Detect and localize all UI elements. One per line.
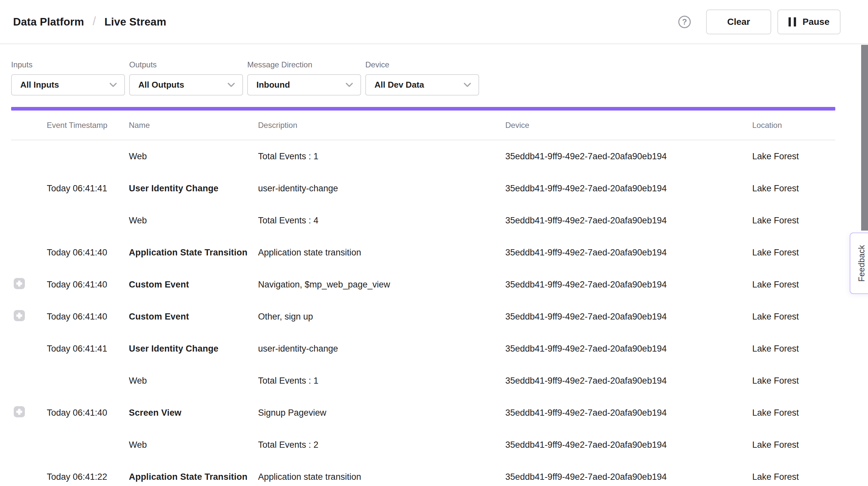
expand-plus-icon[interactable] bbox=[14, 278, 25, 289]
event-timestamp-cell: Today 06:41:41 bbox=[47, 183, 129, 193]
description-cell: Total Events : 2 bbox=[258, 440, 505, 450]
table-row[interactable]: WebTotal Events : 135eddb41-9ff9-49e2-7a… bbox=[11, 365, 835, 397]
location-cell: Lake Forest bbox=[752, 183, 835, 193]
table-header-row: Event Timestamp Name Description Device … bbox=[11, 111, 835, 140]
description-cell: user-identity-change bbox=[258, 344, 505, 354]
device-cell: 35eddb41-9ff9-49e2-7aed-20afa90eb194 bbox=[505, 215, 752, 226]
pause-icon bbox=[788, 17, 796, 27]
filter-message-direction: Message Direction Inbound bbox=[247, 60, 361, 95]
table-row[interactable]: WebTotal Events : 235eddb41-9ff9-49e2-7a… bbox=[11, 429, 835, 461]
event-name-cell: Web bbox=[129, 376, 258, 386]
filter-inputs: Inputs All Inputs bbox=[11, 60, 125, 95]
event-timestamp-cell: Today 06:41:40 bbox=[47, 248, 129, 258]
device-cell: 35eddb41-9ff9-49e2-7aed-20afa90eb194 bbox=[505, 344, 752, 354]
message-direction-dropdown-value: Inbound bbox=[256, 80, 290, 90]
device-cell: 35eddb41-9ff9-49e2-7aed-20afa90eb194 bbox=[505, 408, 752, 418]
description-cell: Total Events : 1 bbox=[258, 376, 505, 386]
location-cell: Lake Forest bbox=[752, 376, 835, 386]
event-name-cell: Web bbox=[129, 151, 258, 161]
description-cell: user-identity-change bbox=[258, 183, 505, 193]
device-cell: 35eddb41-9ff9-49e2-7aed-20afa90eb194 bbox=[505, 440, 752, 450]
event-name-cell: Custom Event bbox=[129, 280, 258, 290]
pause-button-label: Pause bbox=[803, 17, 830, 27]
column-header-description: Description bbox=[258, 121, 505, 130]
inputs-dropdown[interactable]: All Inputs bbox=[11, 74, 125, 95]
device-cell: 35eddb41-9ff9-49e2-7aed-20afa90eb194 bbox=[505, 376, 752, 386]
message-direction-dropdown[interactable]: Inbound bbox=[247, 74, 361, 95]
description-cell: Signup Pageview bbox=[258, 408, 505, 418]
breadcrumb: Data Platform / Live Stream bbox=[13, 15, 166, 29]
event-name-cell: User Identity Change bbox=[129, 344, 258, 354]
filter-outputs-label: Outputs bbox=[129, 60, 243, 69]
table-row[interactable]: Today 06:41:22Application State Transiti… bbox=[11, 461, 835, 486]
device-cell: 35eddb41-9ff9-49e2-7aed-20afa90eb194 bbox=[505, 248, 752, 258]
filter-device: Device All Dev Data bbox=[365, 60, 479, 95]
event-name-cell: Web bbox=[129, 440, 258, 450]
column-header-device: Device bbox=[505, 121, 752, 130]
description-cell: Application state transition bbox=[258, 472, 505, 482]
table-row[interactable]: Today 06:41:40Application State Transiti… bbox=[11, 237, 835, 269]
breadcrumb-separator-icon: / bbox=[93, 14, 96, 28]
chevron-down-icon bbox=[227, 83, 235, 88]
vertical-scrollbar-thumb[interactable] bbox=[861, 45, 868, 231]
clear-button[interactable]: Clear bbox=[706, 9, 771, 34]
event-name-cell: Application State Transition bbox=[129, 248, 258, 258]
event-timestamp-cell: Today 06:41:40 bbox=[47, 408, 129, 418]
table-row[interactable]: Today 06:41:40Custom EventOther, sign up… bbox=[11, 301, 835, 333]
table-row[interactable]: WebTotal Events : 435eddb41-9ff9-49e2-7a… bbox=[11, 204, 835, 237]
table-row[interactable]: Today 06:41:40Custom EventNavigation, $m… bbox=[11, 269, 835, 301]
filter-message-direction-label: Message Direction bbox=[247, 60, 361, 69]
column-header-name: Name bbox=[129, 121, 258, 130]
chevron-down-icon bbox=[345, 83, 353, 88]
event-timestamp-cell: Today 06:41:40 bbox=[47, 312, 129, 322]
description-cell: Navigation, $mp_web_page_view bbox=[258, 280, 505, 290]
help-icon[interactable]: ? bbox=[678, 16, 691, 28]
pause-button[interactable]: Pause bbox=[777, 9, 840, 34]
expand-cell bbox=[11, 310, 47, 324]
outputs-dropdown-value: All Outputs bbox=[138, 80, 184, 90]
table-row[interactable]: Today 06:41:40Screen ViewSignup Pageview… bbox=[11, 397, 835, 429]
filters-bar: Inputs All Inputs Outputs All Outputs Me… bbox=[11, 60, 868, 95]
description-cell: Total Events : 4 bbox=[258, 215, 505, 226]
device-cell: 35eddb41-9ff9-49e2-7aed-20afa90eb194 bbox=[505, 312, 752, 322]
location-cell: Lake Forest bbox=[752, 248, 835, 258]
chevron-down-icon bbox=[109, 83, 117, 88]
filter-device-label: Device bbox=[365, 60, 479, 69]
description-cell: Total Events : 1 bbox=[258, 151, 505, 161]
event-timestamp-cell: Today 06:41:40 bbox=[47, 280, 129, 290]
filter-inputs-label: Inputs bbox=[11, 60, 125, 69]
expand-cell bbox=[11, 406, 47, 420]
description-cell: Other, sign up bbox=[258, 312, 505, 322]
device-cell: 35eddb41-9ff9-49e2-7aed-20afa90eb194 bbox=[505, 151, 752, 161]
device-dropdown[interactable]: All Dev Data bbox=[365, 74, 479, 95]
filter-outputs: Outputs All Outputs bbox=[129, 60, 243, 95]
page-title: Live Stream bbox=[104, 16, 166, 28]
column-header-event-timestamp: Event Timestamp bbox=[47, 121, 129, 130]
expand-cell bbox=[11, 278, 47, 292]
event-name-cell: Screen View bbox=[129, 408, 258, 418]
event-name-cell: Web bbox=[129, 215, 258, 226]
feedback-tab[interactable]: Feedback bbox=[850, 233, 868, 294]
expand-plus-icon[interactable] bbox=[14, 310, 25, 321]
live-stream-table: Event Timestamp Name Description Device … bbox=[11, 111, 835, 486]
feedback-tab-label: Feedback bbox=[857, 245, 866, 282]
topbar-actions: ? Clear Pause bbox=[678, 9, 840, 34]
table-row[interactable]: Today 06:41:41User Identity Changeuser-i… bbox=[11, 333, 835, 365]
table-row[interactable]: WebTotal Events : 135eddb41-9ff9-49e2-7a… bbox=[11, 140, 835, 172]
location-cell: Lake Forest bbox=[752, 440, 835, 450]
column-header-location: Location bbox=[752, 121, 835, 130]
event-name-cell: Application State Transition bbox=[129, 472, 258, 482]
top-bar: Data Platform / Live Stream ? Clear Paus… bbox=[0, 0, 868, 44]
event-name-cell: User Identity Change bbox=[129, 183, 258, 193]
location-cell: Lake Forest bbox=[752, 312, 835, 322]
location-cell: Lake Forest bbox=[752, 408, 835, 418]
table-row[interactable]: Today 06:41:41User Identity Changeuser-i… bbox=[11, 172, 835, 204]
event-name-cell: Custom Event bbox=[129, 312, 258, 322]
breadcrumb-section[interactable]: Data Platform bbox=[13, 16, 84, 28]
chevron-down-icon bbox=[463, 83, 471, 88]
location-cell: Lake Forest bbox=[752, 280, 835, 290]
outputs-dropdown[interactable]: All Outputs bbox=[129, 74, 243, 95]
expand-plus-icon[interactable] bbox=[14, 406, 25, 417]
clear-button-label: Clear bbox=[727, 17, 750, 27]
event-timestamp-cell: Today 06:41:22 bbox=[47, 472, 129, 482]
